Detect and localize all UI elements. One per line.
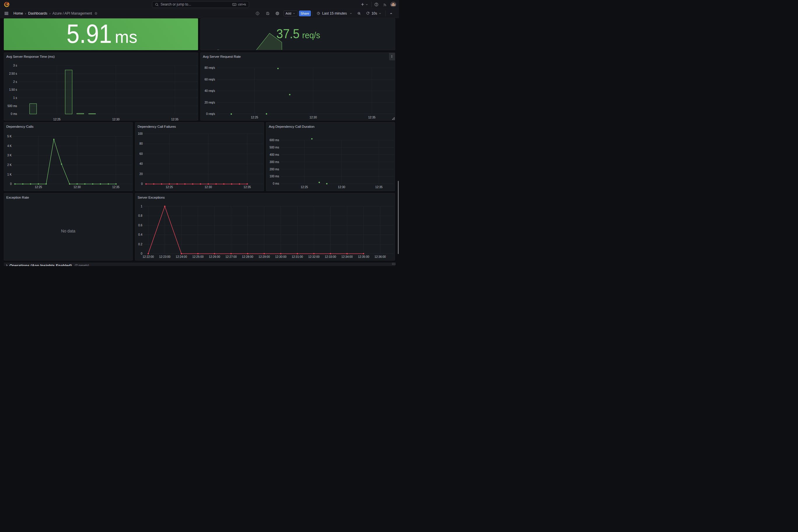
svg-text:1: 1 (140, 205, 142, 208)
svg-text:12:25:00: 12:25:00 (192, 255, 204, 259)
svg-text:300 ms: 300 ms (270, 160, 280, 164)
svg-text:2 s: 2 s (13, 80, 17, 83)
svg-text:12:30:00: 12:30:00 (275, 255, 286, 259)
svg-text:2.50 s: 2.50 s (9, 72, 17, 75)
svg-text:12:25: 12:25 (250, 116, 258, 119)
svg-text:12:23:00: 12:23:00 (159, 255, 170, 259)
svg-text:12:25: 12:25 (166, 186, 173, 189)
svg-text:37.5: 37.5 (276, 26, 300, 41)
svg-text:3 s: 3 s (13, 64, 17, 67)
svg-text:0.2: 0.2 (138, 243, 142, 246)
svg-text:100 ms: 100 ms (270, 175, 280, 178)
svg-text:12:30: 12:30 (73, 186, 80, 189)
svg-text:500 ms: 500 ms (270, 146, 280, 149)
svg-text:0 ms: 0 ms (273, 182, 280, 185)
svg-text:4 K: 4 K (7, 145, 12, 148)
svg-text:0 req/s: 0 req/s (206, 112, 215, 115)
svg-text:0.8: 0.8 (138, 214, 142, 217)
svg-text:200 ms: 200 ms (270, 168, 280, 171)
svg-text:12:25: 12:25 (35, 186, 42, 189)
svg-text:12:29:00: 12:29:00 (259, 255, 270, 259)
svg-text:0: 0 (141, 182, 142, 186)
svg-text:20 req/s: 20 req/s (205, 101, 215, 104)
svg-text:3 K: 3 K (7, 154, 12, 157)
svg-text:12:30: 12:30 (338, 186, 345, 189)
svg-text:12:30: 12:30 (205, 186, 212, 189)
svg-text:12:27:00: 12:27:00 (225, 255, 236, 259)
svg-text:0: 0 (10, 182, 12, 186)
svg-text:2 K: 2 K (7, 163, 12, 167)
svg-text:12:30: 12:30 (309, 116, 317, 119)
svg-text:12:35: 12:35 (375, 186, 383, 189)
svg-text:12:35:00: 12:35:00 (358, 255, 369, 259)
svg-text:12:25: 12:25 (53, 117, 60, 121)
svg-text:12:26:00: 12:26:00 (209, 255, 220, 259)
svg-text:12:33:00: 12:33:00 (325, 255, 336, 259)
svg-text:12:35: 12:35 (171, 117, 178, 121)
svg-text:80: 80 (139, 142, 143, 146)
svg-text:req/s: req/s (302, 30, 320, 40)
svg-text:12:31:00: 12:31:00 (292, 255, 303, 259)
svg-text:12:28:00: 12:28:00 (242, 255, 253, 259)
svg-text:60 req/s: 60 req/s (205, 78, 215, 81)
svg-text:12:25: 12:25 (301, 186, 308, 189)
svg-text:20: 20 (139, 172, 143, 176)
svg-text:12:22:00: 12:22:00 (142, 255, 154, 259)
svg-text:12:36:00: 12:36:00 (375, 255, 386, 259)
svg-text:80 req/s: 80 req/s (205, 66, 215, 70)
svg-text:5.91: 5.91 (66, 19, 112, 49)
svg-text:600 ms: 600 ms (270, 138, 280, 142)
svg-text:12:34:00: 12:34:00 (341, 255, 353, 259)
svg-text:1 K: 1 K (7, 173, 12, 176)
svg-text:ms: ms (115, 27, 137, 46)
svg-text:0 ms: 0 ms (11, 112, 17, 115)
svg-text:40: 40 (139, 162, 143, 165)
svg-text:500 ms: 500 ms (7, 104, 17, 107)
svg-text:5 K: 5 K (7, 135, 12, 138)
svg-text:0: 0 (140, 252, 142, 255)
svg-text:100: 100 (138, 132, 142, 135)
svg-text:40 req/s: 40 req/s (205, 89, 215, 93)
svg-text:12:30: 12:30 (112, 117, 119, 121)
svg-text:12:35: 12:35 (112, 186, 119, 189)
svg-text:400 ms: 400 ms (270, 153, 280, 156)
svg-text:12:35: 12:35 (368, 116, 375, 119)
svg-text:12:24:00: 12:24:00 (176, 255, 187, 259)
svg-text:1.50 s: 1.50 s (9, 88, 17, 91)
svg-text:12:35: 12:35 (244, 186, 251, 189)
svg-text:60: 60 (139, 152, 143, 155)
svg-text:1 s: 1 s (13, 96, 17, 99)
svg-text:12:32:00: 12:32:00 (308, 255, 319, 259)
svg-text:0.4: 0.4 (138, 233, 142, 236)
svg-text:0.6: 0.6 (138, 224, 142, 227)
